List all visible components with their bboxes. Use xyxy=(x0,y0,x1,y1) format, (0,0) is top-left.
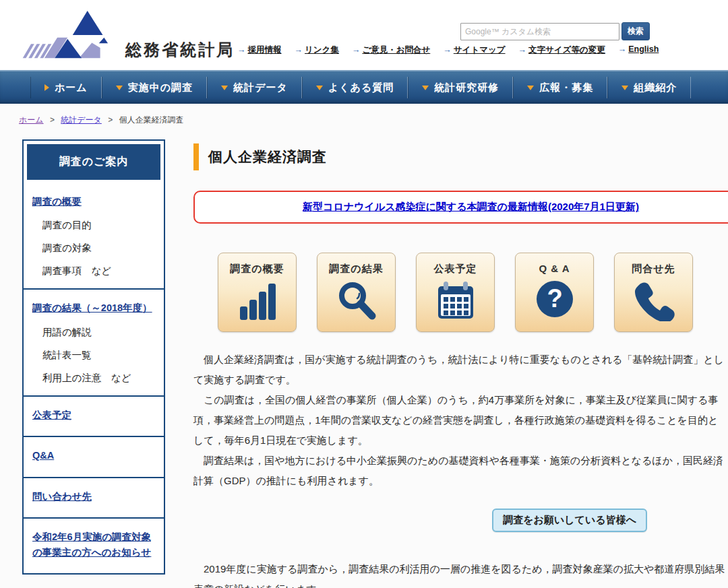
bottom-paragraphs: 2019年度に実施する調査から，調査結果の利活用の一層の推進を図るため，調査対象… xyxy=(193,559,728,588)
sidebar-group-overview: 調査の概要 調査の目的 調査の対象 調査事項 など xyxy=(24,183,164,288)
main-content: 個人企業経済調査 新型コロナウイルス感染症に関する本調査の最新情報(2020年7… xyxy=(165,139,728,588)
nav-item-organization[interactable]: 組織紹介 xyxy=(607,71,691,104)
search-input[interactable] xyxy=(460,23,619,40)
question-icon: ? xyxy=(533,278,576,323)
search-button[interactable]: 検索 xyxy=(621,22,650,40)
header-link-fontsize[interactable]: →文字サイズ等の変更 xyxy=(518,44,605,56)
global-nav: ホーム 実施中の調査 統計データ よくある質問 統計研究研修 広報・募集 組織紹… xyxy=(0,70,728,104)
quick-link-buttons: 調査の概要 調査の結果 xyxy=(193,253,728,332)
sidebar-item-target: 調査の対象 xyxy=(42,242,155,255)
sidebar-link-qa[interactable]: Q&A xyxy=(32,448,155,463)
content-area: 調査のご案内 調査の概要 調査の目的 調査の対象 調査事項 など 調査の結果（～… xyxy=(0,130,728,588)
chevron-down-icon xyxy=(621,86,628,90)
sidebar-group-contact: 問い合わせ先 xyxy=(24,477,164,517)
breadcrumb-statistics-data[interactable]: 統計データ xyxy=(61,115,102,125)
intro-paragraphs: 個人企業経済調査は，国が実施する統計調査のうち，統計法により特に重要なものとされ… xyxy=(193,350,728,491)
magnifier-icon xyxy=(335,280,378,324)
survey-participants-button[interactable]: 調査をお願いしている皆様へ xyxy=(492,509,647,532)
cta-row: 調査をお願いしている皆様へ xyxy=(193,509,647,532)
sidebar-group-qa: Q&A xyxy=(24,436,164,476)
covid-notice-box: 新型コロナウイルス感染症に関する本調査の最新情報(2020年7月1日更新) xyxy=(193,191,728,224)
page-title-text: 個人企業経済調査 xyxy=(199,148,327,166)
breadcrumb: ホーム > 統計データ > 個人企業経済調査 xyxy=(0,104,728,130)
chevron-down-icon xyxy=(527,86,534,90)
nav-item-current-surveys[interactable]: 実施中の調査 xyxy=(102,71,207,104)
nav-item-faq[interactable]: よくある質問 xyxy=(302,71,408,104)
chevron-down-icon xyxy=(422,86,429,90)
sidebar-link-release-schedule[interactable]: 公表予定 xyxy=(32,407,155,422)
breadcrumb-separator: > xyxy=(50,115,55,125)
nav-item-pr[interactable]: 広報・募集 xyxy=(513,71,607,104)
arrow-right-icon: → xyxy=(237,45,246,55)
sidebar-item-purpose: 調査の目的 xyxy=(42,219,155,232)
nav-item-training[interactable]: 統計研究研修 xyxy=(408,71,513,104)
sidebar-item-items: 調査事項 など xyxy=(42,265,155,277)
sidebar: 調査のご案内 調査の概要 調査の目的 調査の対象 調査事項 など 調査の結果（～… xyxy=(22,139,165,575)
site-name: 総務省統計局 xyxy=(125,39,235,61)
quick-button-qa[interactable]: Q & A ? xyxy=(515,253,594,332)
sidebar-link-survey-results[interactable]: 調査の結果（～2018年度） xyxy=(32,300,155,315)
header-link-contact[interactable]: →ご意見・お問合せ xyxy=(352,44,430,56)
arrow-right-icon: → xyxy=(295,45,303,55)
header-link-links[interactable]: →リンク集 xyxy=(295,44,339,56)
paragraph-2019-changes: 2019年度に実施する調査から，調査結果の利活用の一層の推進を図るため，調査対象… xyxy=(193,559,728,588)
page-title: 個人企業経済調査 xyxy=(193,143,728,170)
sidebar-item-table-list: 統計表一覧 xyxy=(42,349,155,362)
chevron-down-icon xyxy=(221,86,228,90)
arrow-right-icon: → xyxy=(443,45,452,55)
sidebar-group-notice: 令和2年6月実施の調査対象の事業主の方へのお知らせ xyxy=(24,517,164,573)
covid-notice-link[interactable]: 新型コロナウイルス感染症に関する本調査の最新情報(2020年7月1日更新) xyxy=(303,201,639,212)
sidebar-link-reiwa2-notice[interactable]: 令和2年6月実施の調査対象の事業主の方へのお知らせ xyxy=(32,529,155,560)
breadcrumb-home[interactable]: ホーム xyxy=(19,115,44,125)
bar-chart-icon xyxy=(236,280,279,324)
nav-item-statistics-data[interactable]: 統計データ xyxy=(207,71,302,104)
quick-button-survey-overview[interactable]: 調査の概要 xyxy=(218,253,297,332)
svg-text:?: ? xyxy=(547,284,562,313)
search-area: 検索 xyxy=(460,22,650,40)
nav-item-home[interactable]: ホーム xyxy=(30,71,102,104)
quick-button-release-schedule[interactable]: 公表予定 xyxy=(416,253,495,332)
site-header: 総務省統計局 検索 →採用情報 →リンク集 →ご意見・お問合せ →サイトマップ … xyxy=(0,0,728,70)
arrow-right-icon: → xyxy=(518,45,527,55)
chevron-down-icon xyxy=(116,86,123,90)
breadcrumb-current-page: 個人企業経済調査 xyxy=(119,115,184,125)
chevron-down-icon xyxy=(316,86,323,90)
paragraph-basic-survey: 個人企業経済調査は，国が実施する統計調査のうち，統計法により特に重要なものとされ… xyxy=(193,350,728,390)
title-accent-bar xyxy=(193,143,199,170)
header-link-recruit[interactable]: →採用情報 xyxy=(237,44,282,56)
arrow-right-icon: → xyxy=(352,45,361,55)
sidebar-link-contact[interactable]: 問い合わせ先 xyxy=(32,489,155,504)
breadcrumb-separator: > xyxy=(108,115,113,125)
arrow-right-icon: → xyxy=(618,44,627,54)
header-utility-links: →採用情報 →リンク集 →ご意見・お問合せ →サイトマップ →文字サイズ等の変更… xyxy=(237,44,659,56)
quick-button-survey-results[interactable]: 調査の結果 xyxy=(317,253,396,332)
quick-button-contact[interactable]: 問合せ先 xyxy=(614,253,693,332)
stat-bureau-logo-icon xyxy=(19,5,121,67)
sidebar-item-glossary: 用語の解説 xyxy=(42,326,155,339)
arrow-right-icon xyxy=(44,84,49,91)
sidebar-title: 調査のご案内 xyxy=(27,144,160,180)
calendar-icon xyxy=(434,280,477,324)
paragraph-survey-usage: 調査結果は，国や地方における中小企業振興のための基礎資料や各種事業・施策の分析資… xyxy=(193,451,728,491)
sidebar-group-release-schedule: 公表予定 xyxy=(24,395,164,436)
header-link-english[interactable]: →English xyxy=(618,44,659,56)
sidebar-item-usage-notes: 利用上の注意 など xyxy=(42,372,155,385)
phone-icon xyxy=(632,280,675,324)
paragraph-survey-scope: この調査は，全国の個人経営の事業所（個人企業）のうち，約4万事業所を対象に，事業… xyxy=(193,390,728,451)
sidebar-group-results: 調査の結果（～2018年度） 用語の解説 統計表一覧 利用上の注意 など xyxy=(24,288,164,395)
header-link-sitemap[interactable]: →サイトマップ xyxy=(443,44,505,56)
sidebar-link-survey-overview[interactable]: 調査の概要 xyxy=(32,194,155,209)
